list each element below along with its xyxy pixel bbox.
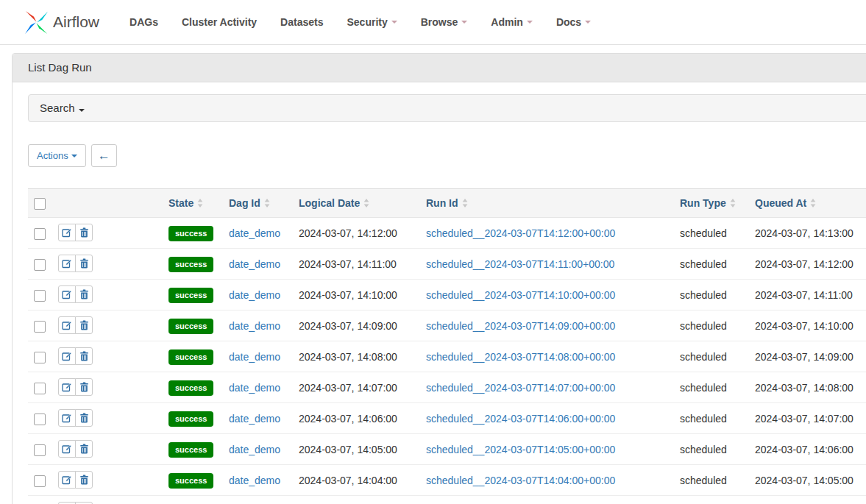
- run-id-link[interactable]: scheduled__2024-03-07T14:11:00+00:00: [426, 258, 614, 270]
- run-id-link[interactable]: scheduled__2024-03-07T14:08:00+00:00: [426, 351, 615, 363]
- run-id-link[interactable]: scheduled__2024-03-07T14:07:00+00:00: [426, 382, 615, 394]
- column-header-run-id[interactable]: Run Id: [420, 189, 674, 218]
- edit-button[interactable]: [58, 409, 76, 427]
- nav-item-docs[interactable]: Docs: [544, 16, 603, 28]
- edit-icon: [62, 351, 72, 361]
- row-checkbox[interactable]: [34, 321, 46, 333]
- airflow-brand-link[interactable]: Airflow: [24, 10, 99, 35]
- edit-button[interactable]: [58, 285, 76, 303]
- dag-id-link[interactable]: date_demo: [229, 258, 280, 270]
- run-id-link[interactable]: scheduled__2024-03-07T14:10:00+00:00: [426, 289, 615, 301]
- dag-id-link[interactable]: date_demo: [229, 475, 280, 486]
- queued-at-cell: 2024-03-07, 14:08:00: [749, 372, 866, 403]
- dag-id-cell: date_demo: [223, 372, 293, 403]
- run-id-cell: scheduled__2024-03-07T14:11:00+00:00: [420, 249, 674, 280]
- delete-button[interactable]: [75, 440, 93, 458]
- logical-date-cell: 2024-03-07, 14:11:00: [293, 249, 420, 280]
- delete-button[interactable]: [75, 409, 93, 427]
- row-select-cell: [28, 341, 52, 372]
- run-id-cell: scheduled__2024-03-07T14:06:00+00:00: [420, 403, 674, 434]
- edit-button[interactable]: [58, 255, 76, 272]
- trash-icon: [79, 475, 89, 485]
- back-button[interactable]: ←: [91, 144, 117, 167]
- dag-id-link[interactable]: date_demo: [229, 320, 280, 332]
- delete-button[interactable]: [75, 316, 93, 334]
- table-row: success date_demo 2024-03-07, 14:08:00 s…: [28, 341, 866, 372]
- nav-item-admin[interactable]: Admin: [479, 16, 544, 28]
- row-checkbox[interactable]: [34, 228, 46, 240]
- trash-icon: [79, 413, 89, 423]
- edit-icon: [62, 382, 72, 392]
- delete-button[interactable]: [75, 255, 93, 272]
- column-header-state[interactable]: State: [163, 189, 223, 218]
- edit-button[interactable]: [58, 378, 76, 396]
- row-checkbox[interactable]: [34, 383, 46, 394]
- run-id-link[interactable]: scheduled__2024-03-07T14:12:00+00:00: [426, 227, 615, 239]
- dag-id-link[interactable]: date_demo: [229, 227, 280, 239]
- edit-button[interactable]: [58, 440, 76, 458]
- nav-item-cluster-activity[interactable]: Cluster Activity: [170, 16, 269, 28]
- run-id-link[interactable]: scheduled__2024-03-07T14:06:00+00:00: [426, 413, 615, 425]
- row-select-cell: [28, 465, 52, 496]
- column-header-logical-date[interactable]: Logical Date: [293, 189, 420, 218]
- run-id-cell: scheduled__2024-03-07T14:05:00+00:00: [420, 434, 674, 465]
- actions-dropdown-button[interactable]: Actions: [28, 144, 86, 167]
- row-checkbox[interactable]: [34, 414, 46, 425]
- run-id-link[interactable]: scheduled__2024-03-07T14:09:00+00:00: [426, 320, 615, 332]
- trash-icon: [79, 444, 89, 454]
- nav-items: DAGs Cluster Activity Datasets Security …: [118, 16, 603, 28]
- sort-icon: [264, 199, 270, 207]
- row-checkbox[interactable]: [34, 259, 46, 271]
- table-row: success date_demo 2024-03-07, 14:03:00 s…: [28, 496, 866, 504]
- row-checkbox[interactable]: [34, 290, 46, 302]
- column-header-dag-id[interactable]: Dag Id: [223, 189, 293, 218]
- run-type-cell: scheduled: [674, 372, 749, 403]
- nav-item-datasets[interactable]: Datasets: [269, 16, 335, 28]
- run-type-cell: scheduled: [674, 310, 749, 341]
- dag-id-link[interactable]: date_demo: [229, 444, 280, 455]
- delete-button[interactable]: [75, 471, 93, 489]
- dag-id-link[interactable]: date_demo: [229, 289, 280, 301]
- delete-button[interactable]: [75, 378, 93, 396]
- delete-button[interactable]: [75, 224, 93, 241]
- edit-button[interactable]: [58, 471, 76, 489]
- sort-icon: [730, 199, 736, 207]
- column-header-run-type[interactable]: Run Type: [674, 189, 749, 218]
- row-select-cell: [28, 496, 52, 504]
- delete-button[interactable]: [75, 347, 93, 365]
- navbar: Airflow DAGs Cluster Activity Datasets S…: [0, 0, 866, 45]
- run-id-link[interactable]: scheduled__2024-03-07T14:04:00+00:00: [426, 475, 615, 486]
- search-accordion-toggle[interactable]: Search: [28, 94, 866, 122]
- trash-icon: [79, 320, 89, 330]
- state-cell: success: [163, 341, 223, 372]
- edit-button[interactable]: [58, 224, 76, 241]
- column-header-queued-at[interactable]: Queued At: [749, 189, 866, 218]
- status-badge: success: [168, 319, 213, 334]
- row-checkbox[interactable]: [34, 352, 46, 363]
- dag-id-link[interactable]: date_demo: [229, 382, 280, 394]
- dag-id-cell: date_demo: [223, 218, 293, 249]
- edit-button[interactable]: [58, 316, 76, 334]
- run-id-link[interactable]: scheduled__2024-03-07T14:05:00+00:00: [426, 444, 615, 455]
- trash-icon: [79, 382, 89, 392]
- run-id-cell: scheduled__2024-03-07T14:07:00+00:00: [420, 372, 674, 403]
- state-cell: success: [163, 465, 223, 496]
- row-select-cell: [28, 372, 52, 403]
- edit-button[interactable]: [58, 347, 76, 365]
- select-all-checkbox[interactable]: [34, 198, 46, 210]
- run-type-cell: scheduled: [674, 249, 749, 280]
- row-checkbox[interactable]: [34, 444, 46, 456]
- dag-id-link[interactable]: date_demo: [229, 413, 280, 425]
- dag-run-table-wrap: State Dag Id Logical Date Run Id Run Typ…: [28, 188, 866, 504]
- status-badge: success: [168, 349, 213, 365]
- dag-id-link[interactable]: date_demo: [229, 351, 280, 363]
- delete-button[interactable]: [75, 285, 93, 303]
- nav-item-dags[interactable]: DAGs: [118, 16, 170, 28]
- state-cell: success: [163, 218, 223, 249]
- table-row: success date_demo 2024-03-07, 14:09:00 s…: [28, 310, 866, 341]
- row-checkbox[interactable]: [34, 475, 46, 487]
- nav-item-security[interactable]: Security: [335, 16, 408, 28]
- status-badge: success: [168, 288, 213, 303]
- nav-item-browse[interactable]: Browse: [409, 16, 480, 28]
- dag-id-cell: date_demo: [223, 403, 293, 434]
